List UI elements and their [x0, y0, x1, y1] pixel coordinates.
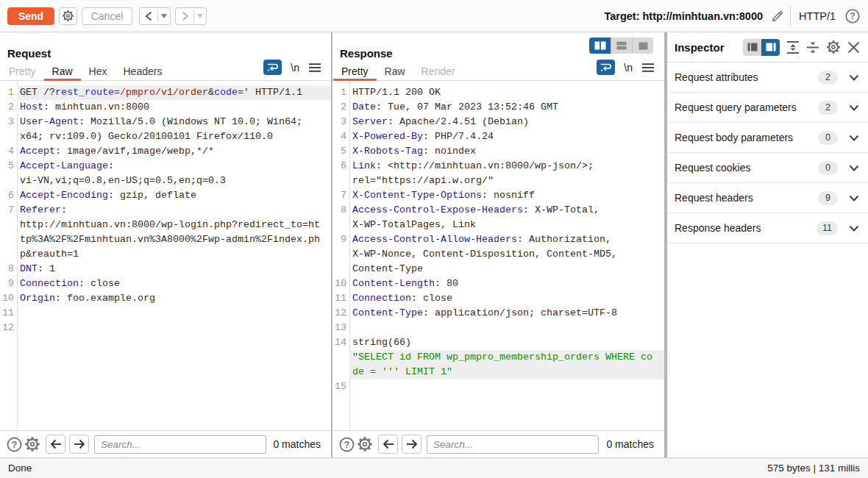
editor-line[interactable]: 15	[332, 379, 664, 394]
inspector-section-request-headers[interactable]: Request headers9	[667, 183, 868, 213]
inspector-section-request-attributes[interactable]: Request attributes2	[667, 63, 868, 93]
editor-line[interactable]: p&reauth=1	[0, 247, 331, 262]
dock-right-button[interactable]	[761, 39, 780, 56]
tab-pretty[interactable]: Pretty	[1, 57, 44, 80]
line-content[interactable]: p&reauth=1	[17, 247, 331, 262]
editor-line[interactable]: 6Link: <http://minhtuan.vn:8000/wp-json/…	[332, 159, 664, 174]
line-content[interactable]	[349, 321, 664, 335]
line-content[interactable]: vi-VN,vi;q=0.8,en-US;q=0.5,en;q=0.3	[17, 174, 331, 188]
show-newlines-toggle[interactable]: \n	[624, 62, 633, 74]
line-content[interactable]: tp%3A%2F%2Fminhtuan.vn%3A8000%2Fwp-admin…	[17, 232, 331, 247]
back-button[interactable]	[139, 7, 171, 25]
line-content[interactable]: Link: <http://minhtuan.vn:8000/wp-json/>…	[349, 159, 664, 174]
dock-left-button[interactable]	[743, 39, 761, 56]
cancel-button[interactable]: Cancel	[82, 7, 132, 25]
chevron-down-icon[interactable]	[849, 74, 859, 81]
line-content[interactable]: Connection: close	[349, 291, 664, 306]
editor-line[interactable]: X-WP-TotalPages, Link	[332, 218, 664, 232]
line-content[interactable]: Origin: foo.example.org	[17, 291, 331, 306]
http-version-selector[interactable]: HTTP/1	[799, 10, 836, 22]
editor-line[interactable]: 1GET /?rest_route=/pmpro/v1/order&code='…	[0, 85, 331, 100]
expand-all-icon[interactable]	[786, 40, 800, 54]
line-content[interactable]: http://minhtuan.vn:8000/wp-login.php?red…	[17, 218, 331, 232]
search-help-icon[interactable]: ?	[6, 436, 23, 453]
editor-line[interactable]: 14string(66)	[332, 335, 664, 350]
forward-history-dropdown[interactable]	[194, 14, 206, 18]
line-content[interactable]: X-WP-Nonce, Content-Disposition, Content…	[349, 247, 664, 262]
search-prev-button[interactable]	[378, 435, 398, 454]
search-next-button[interactable]	[402, 435, 421, 454]
line-content[interactable]: X-Robots-Tag: noindex	[349, 144, 664, 159]
editor-line[interactable]: 2Date: Tue, 07 Mar 2023 13:52:46 GMT	[332, 100, 664, 115]
editor-line[interactable]: 9Connection: close	[0, 277, 331, 291]
inspector-section-request-query-parameters[interactable]: Request query parameters2	[667, 93, 868, 123]
editor-line[interactable]: 8DNT: 1	[0, 262, 331, 277]
editor-line[interactable]: 11	[0, 306, 331, 321]
editor-line[interactable]: http://minhtuan.vn:8000/wp-login.php?red…	[0, 218, 331, 232]
send-options-button[interactable]	[59, 7, 77, 25]
editor-line[interactable]: 8Access-Control-Expose-Headers: X-WP-Tot…	[332, 203, 664, 218]
layout-rows-button[interactable]	[611, 38, 632, 54]
editor-line[interactable]: vi-VN,vi;q=0.8,en-US;q=0.5,en;q=0.3	[0, 174, 331, 188]
editor-line[interactable]: 2Host: minhtuan.vn:8000	[0, 100, 331, 115]
editor-line[interactable]: 13	[332, 321, 664, 335]
editor-line[interactable]: 12Content-Type: application/json; charse…	[332, 306, 664, 321]
layout-columns-button[interactable]	[589, 38, 611, 54]
search-settings-gear-icon[interactable]	[24, 436, 40, 452]
editor-line[interactable]: 10Origin: foo.example.org	[0, 291, 331, 306]
line-content[interactable]: X-Content-Type-Options: nosniff	[349, 188, 664, 203]
show-newlines-toggle[interactable]: \n	[291, 62, 299, 74]
line-content[interactable]: HTTP/1.1 200 OK	[349, 85, 664, 100]
editor-line[interactable]: X-WP-Nonce, Content-Disposition, Content…	[332, 247, 664, 262]
search-input[interactable]	[94, 435, 266, 454]
editor-line[interactable]: 5Accept-Language:	[0, 159, 331, 174]
chevron-down-icon[interactable]	[849, 165, 859, 171]
editor-menu-icon[interactable]	[309, 63, 321, 72]
line-content[interactable]: de = ''' LIMIT 1"	[349, 365, 664, 379]
search-input[interactable]	[427, 435, 599, 454]
word-wrap-toggle[interactable]	[263, 60, 282, 75]
inspector-section-request-cookies[interactable]: Request cookies0	[667, 153, 868, 183]
tab-headers[interactable]: Headers	[115, 57, 171, 80]
back-history-dropdown[interactable]	[158, 14, 170, 18]
editor-line[interactable]: 4Accept: image/avif,image/webp,*/*	[0, 144, 331, 159]
editor-line[interactable]: 4X-Powered-By: PHP/7.4.24	[332, 129, 664, 144]
line-content[interactable]: x64; rv:109.0) Gecko/20100101 Firefox/11…	[17, 129, 331, 144]
line-content[interactable]	[349, 379, 664, 394]
line-content[interactable]: Accept-Encoding: gzip, deflate	[17, 188, 331, 203]
help-icon[interactable]: ?	[844, 8, 861, 24]
editor-line[interactable]: 12	[0, 321, 331, 335]
editor-line[interactable]: de = ''' LIMIT 1"	[332, 365, 664, 379]
editor-line[interactable]: 7X-Content-Type-Options: nosniff	[332, 188, 664, 203]
line-content[interactable]: DNT: 1	[17, 262, 331, 277]
line-content[interactable]: Content-Length: 80	[349, 277, 664, 291]
tab-render[interactable]: Render	[413, 57, 463, 80]
search-prev-button[interactable]	[46, 435, 65, 454]
line-content[interactable]: rel="https://api.w.org/"	[349, 174, 664, 188]
line-content[interactable]: Content-Type	[349, 262, 664, 277]
line-content[interactable]: Connection: close	[17, 277, 331, 291]
close-icon[interactable]	[847, 41, 860, 54]
line-content[interactable]: string(66)	[349, 335, 664, 350]
response-editor[interactable]: 1HTTP/1.1 200 OK2Date: Tue, 07 Mar 2023 …	[332, 81, 664, 430]
editor-line[interactable]: 6Accept-Encoding: gzip, deflate	[0, 188, 331, 203]
line-content[interactable]: Content-Type: application/json; charset=…	[349, 306, 664, 321]
editor-line[interactable]: 5X-Robots-Tag: noindex	[332, 144, 664, 159]
chevron-down-icon[interactable]	[849, 225, 859, 232]
line-content[interactable]: X-WP-TotalPages, Link	[349, 218, 664, 232]
line-content[interactable]: GET /?rest_route=/pmpro/v1/order&code=' …	[17, 85, 331, 100]
line-content[interactable]	[17, 321, 331, 335]
editor-line[interactable]: 9Access-Control-Allow-Headers: Authoriza…	[332, 232, 664, 247]
search-next-button[interactable]	[69, 435, 89, 454]
tab-raw[interactable]: Raw	[377, 57, 413, 80]
chevron-down-icon[interactable]	[849, 135, 859, 141]
tab-hex[interactable]: Hex	[81, 57, 115, 80]
line-content[interactable]: Date: Tue, 07 Mar 2023 13:52:46 GMT	[349, 100, 664, 115]
layout-single-button[interactable]	[632, 38, 653, 54]
line-content[interactable]: X-Powered-By: PHP/7.4.24	[349, 129, 664, 144]
editor-line[interactable]: tp%3A%2F%2Fminhtuan.vn%3A8000%2Fwp-admin…	[0, 232, 331, 247]
line-content[interactable]: Referer:	[17, 203, 331, 218]
back-arrow-icon[interactable]	[140, 11, 157, 21]
line-content[interactable]: Host: minhtuan.vn:8000	[17, 100, 331, 115]
editor-line[interactable]: rel="https://api.w.org/"	[332, 174, 664, 188]
